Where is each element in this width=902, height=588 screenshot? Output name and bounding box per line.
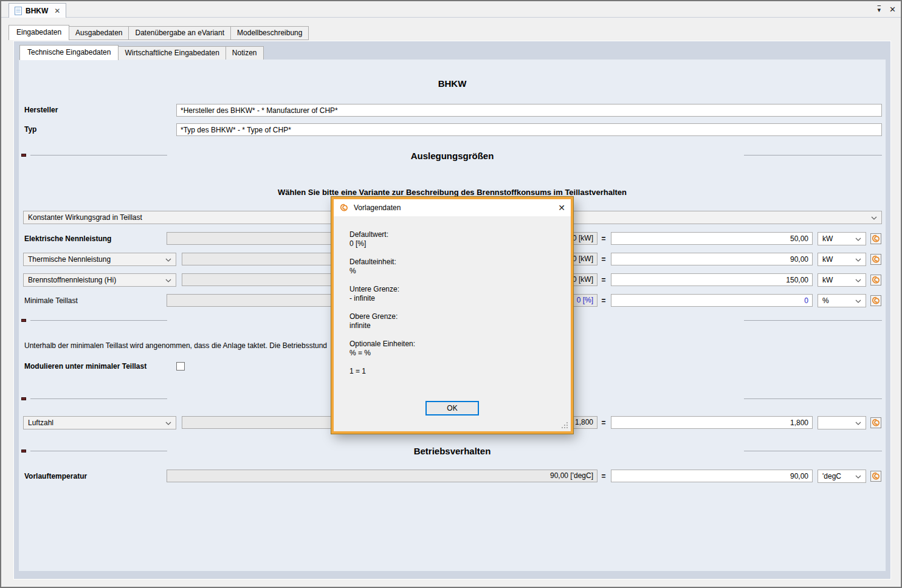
brennstoffnennleistung-input[interactable] [611, 273, 813, 286]
untere-grenze-label: Untere Grenze: [349, 285, 399, 294]
vorlauftemperatur-input[interactable] [611, 470, 813, 482]
template-data-button[interactable] [870, 295, 881, 306]
brennstoffnennleistung-combobox[interactable]: Brennstoffnennleistung (Hi) [23, 273, 176, 287]
obere-grenze-value: infinite [349, 321, 371, 330]
top-energy-logo-icon [871, 418, 881, 428]
minimale-teillast-input[interactable] [611, 294, 813, 307]
ok-button[interactable]: OK [425, 401, 479, 415]
unit-value: kW [822, 255, 833, 264]
chevron-down-icon [855, 238, 861, 241]
modulieren-checkbox[interactable] [176, 362, 185, 371]
section-divider [744, 155, 882, 156]
page-title: BHKW [19, 78, 886, 89]
document-icon [15, 7, 22, 15]
template-data-button[interactable] [870, 471, 881, 482]
combobox-value: Luftzahl [28, 419, 53, 427]
window-close-icon[interactable]: ✕ [889, 5, 896, 14]
top-energy-logo-icon [871, 234, 881, 244]
sub-tab-bar: Technische Eingabedaten Wirtschaftliche … [19, 45, 263, 60]
equals-sign: = [600, 232, 607, 245]
minimale-teillast-label: Minimale Teillast [24, 294, 78, 307]
thermische-nennleistung-combobox[interactable]: Thermische Nennleistung [23, 253, 176, 266]
defaulteinheit-label: Defaulteinheit: [349, 258, 396, 267]
luftzahl-input[interactable] [611, 416, 813, 429]
section-divider [744, 320, 882, 321]
top-energy-logo-icon [871, 275, 881, 285]
hersteller-label: Hersteller [24, 103, 58, 117]
unit-combobox[interactable] [818, 416, 866, 429]
equals-sign: = [600, 416, 607, 429]
variant-prompt: Wählen Sie bitte eine Variante zur Besch… [19, 188, 886, 197]
equals-sign: = [600, 470, 607, 483]
top-energy-logo-icon [871, 471, 881, 481]
chevron-down-icon [855, 258, 861, 262]
teillast-note: Unterhalb der minimalen Teillast wird an… [24, 339, 327, 352]
modulieren-label: Modulieren unter minimaler Teillast [24, 360, 146, 373]
main-tab-bar: Eingabedaten Ausgabedaten Datenübergabe … [9, 26, 308, 40]
chevron-down-icon [855, 422, 861, 425]
dialog-body: Defaultwert: 0 [%] Defaulteinheit: % Unt… [334, 216, 571, 431]
unit-combobox[interactable]: kW [818, 253, 866, 266]
unit-mapping-line: 1 = 1 [349, 367, 366, 376]
chevron-down-icon [855, 475, 861, 479]
dialog-close-icon[interactable]: ✕ [558, 203, 565, 213]
section-divider [30, 320, 167, 321]
chevron-down-icon [165, 422, 171, 425]
equals-sign: = [600, 294, 607, 307]
chevron-down-icon [165, 279, 171, 282]
defaultwert-value: 0 [%] [349, 239, 366, 248]
obere-grenze-label: Obere Grenze: [349, 312, 398, 321]
vorlauftemperatur-label: Vorlauftemperatur [24, 470, 87, 483]
section-divider [744, 451, 882, 451]
chevron-down-icon [165, 258, 171, 262]
template-data-button[interactable] [870, 417, 881, 428]
chevron-down-icon [855, 279, 861, 282]
tab-list-menu-icon[interactable]: ▾ [878, 6, 881, 13]
hersteller-input[interactable] [176, 104, 882, 117]
section-divider [744, 398, 882, 399]
document-tab-bhkw[interactable]: BHKW ✕ [9, 3, 66, 18]
resize-grip[interactable] [562, 422, 568, 428]
default-value-box: 90,00 ['degC] [167, 470, 597, 482]
luftzahl-combobox[interactable]: Luftzahl [23, 416, 176, 429]
equals-sign: = [600, 253, 607, 266]
chevron-down-icon [871, 216, 877, 220]
template-data-button[interactable] [870, 233, 881, 244]
top-energy-logo-icon [871, 255, 881, 264]
typ-input[interactable] [176, 123, 882, 136]
unit-combobox[interactable]: kW [818, 232, 866, 245]
unit-value: % [822, 296, 829, 305]
tab-modellbeschreibung[interactable]: Modellbeschreibung [230, 26, 309, 40]
template-data-button[interactable] [870, 254, 881, 265]
section-divider [30, 398, 167, 399]
thermische-nennleistung-input[interactable] [611, 253, 813, 265]
document-tab-label: BHKW [26, 7, 48, 15]
tab-technische-eingabedaten[interactable]: Technische Eingabedaten [19, 45, 119, 60]
top-energy-logo-icon [871, 296, 881, 306]
tab-eingabedaten[interactable]: Eingabedaten [9, 25, 69, 40]
section-collapse-marker[interactable] [21, 319, 26, 322]
elektrische-nennleistung-input[interactable] [611, 232, 813, 245]
typ-label: Typ [24, 123, 36, 136]
unit-combobox[interactable]: 'degC [818, 470, 866, 483]
tab-datenuebergabe[interactable]: Datenübergabe an eVariant [128, 26, 231, 40]
section-collapse-marker[interactable] [21, 397, 26, 400]
tab-ausgabedaten[interactable]: Ausgabedaten [69, 26, 129, 40]
equals-sign: = [600, 273, 607, 287]
elektrische-nennleistung-label: Elektrische Nennleistung [24, 232, 111, 245]
unit-combobox[interactable]: % [818, 294, 866, 307]
chevron-down-icon [855, 299, 861, 303]
unit-combobox[interactable]: kW [818, 273, 866, 287]
document-tab-bar: BHKW ✕ ▾ ✕ [1, 1, 901, 18]
combobox-value: Brennstoffnennleistung (Hi) [28, 276, 116, 284]
tab-notizen[interactable]: Notizen [226, 46, 264, 60]
horizontal-scrollbar[interactable] [19, 571, 886, 578]
top-energy-logo-icon [339, 203, 349, 213]
tab-wirtschaftliche-eingabedaten[interactable]: Wirtschaftliche Eingabedaten [118, 46, 226, 60]
dialog-title: Vorlagendaten [354, 203, 401, 212]
document-tab-close-icon[interactable]: ✕ [54, 7, 60, 15]
template-data-button[interactable] [870, 275, 881, 285]
vertical-scrollbar[interactable] [885, 60, 890, 579]
dialog-title-bar[interactable]: Vorlagendaten ✕ [334, 199, 571, 216]
unit-value: kW [822, 234, 833, 243]
